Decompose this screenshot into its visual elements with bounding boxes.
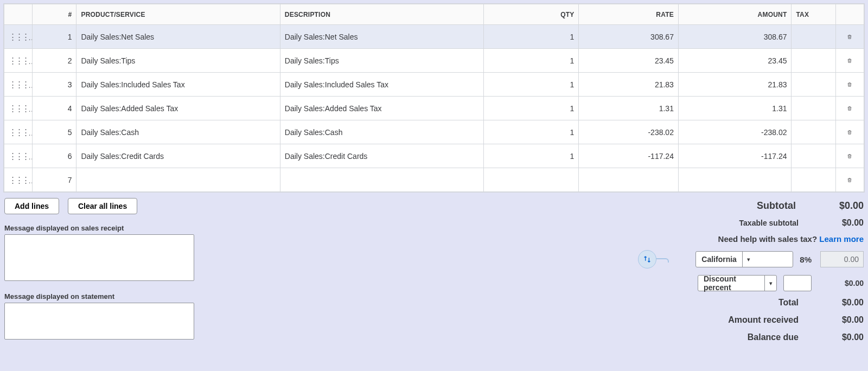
description-cell[interactable]: Daily Sales:Tips <box>280 49 483 73</box>
delete-row-button[interactable] <box>844 126 856 138</box>
qty-cell[interactable]: 1 <box>484 144 579 168</box>
product-cell[interactable]: Daily Sales:Net Sales <box>76 25 280 49</box>
tax-cell[interactable] <box>792 168 835 192</box>
amount-cell[interactable]: 308.67 <box>678 25 792 49</box>
taxable-subtotal-label: Taxable subtotal <box>739 219 799 227</box>
rate-cell[interactable]: 23.45 <box>579 49 679 73</box>
row-index: 6 <box>33 144 76 168</box>
add-lines-button[interactable]: Add lines <box>4 198 59 214</box>
col-tax-header: TAX <box>792 4 835 25</box>
qty-cell[interactable] <box>484 168 579 192</box>
delete-row-button[interactable] <box>844 174 856 186</box>
col-rate-header: RATE <box>579 4 679 25</box>
below-grid: Add lines Clear all lines Message displa… <box>3 193 865 343</box>
receipt-message-input[interactable] <box>4 234 194 281</box>
rate-cell[interactable]: -117.24 <box>579 144 679 168</box>
product-cell[interactable] <box>76 168 280 192</box>
tax-cell[interactable] <box>792 49 835 73</box>
subtotal-value: $0.00 <box>839 200 864 212</box>
amount-cell[interactable]: -117.24 <box>678 144 792 168</box>
tax-learn-more-link[interactable]: Learn more <box>819 234 864 244</box>
rate-cell[interactable]: -238.02 <box>579 120 679 144</box>
col-index-header: # <box>33 4 76 25</box>
table-row[interactable]: 3Daily Sales:Included Sales TaxDaily Sal… <box>4 73 864 97</box>
rate-cell[interactable]: 21.83 <box>579 73 679 97</box>
tax-cell[interactable] <box>792 120 835 144</box>
description-cell[interactable]: Daily Sales:Net Sales <box>280 25 483 49</box>
qty-cell[interactable]: 1 <box>484 49 579 73</box>
tax-rate-label: 8% <box>800 255 812 264</box>
receipt-message-label: Message displayed on sales receipt <box>4 224 194 232</box>
rate-cell[interactable]: 1.31 <box>579 97 679 120</box>
qty-cell[interactable]: 1 <box>484 97 579 120</box>
drag-handle-icon[interactable] <box>9 155 28 158</box>
drag-handle-icon[interactable] <box>9 35 28 39</box>
description-cell[interactable]: Daily Sales:Added Sales Tax <box>280 97 483 120</box>
delete-row-button[interactable] <box>844 79 856 91</box>
header-row: # PRODUCT/SERVICE DESCRIPTION QTY RATE A… <box>4 4 864 25</box>
row-index: 7 <box>33 168 76 192</box>
product-cell[interactable]: Daily Sales:Cash <box>76 120 280 144</box>
left-column: Add lines Clear all lines Message displa… <box>4 198 194 342</box>
swap-tax-discount-button[interactable] <box>638 250 656 268</box>
discount-type-value: Discount percent <box>698 274 764 292</box>
col-drag-header <box>4 4 33 25</box>
taxable-subtotal-value: $0.00 <box>820 218 864 228</box>
line-items-table: # PRODUCT/SERVICE DESCRIPTION QTY RATE A… <box>4 4 864 192</box>
qty-cell[interactable]: 1 <box>484 120 579 144</box>
table-row[interactable]: 2Daily Sales:TipsDaily Sales:Tips123.452… <box>4 49 864 73</box>
tax-cell[interactable] <box>792 144 835 168</box>
discount-type-select[interactable]: Discount percent <box>698 275 777 291</box>
amount-cell[interactable]: 23.45 <box>678 49 792 73</box>
clear-all-lines-button[interactable]: Clear all lines <box>68 198 137 214</box>
product-cell[interactable]: Daily Sales:Included Sales Tax <box>76 73 280 97</box>
tax-help-text: Need help with sales tax? <box>718 234 818 244</box>
amount-cell[interactable]: 1.31 <box>678 97 792 120</box>
chevron-down-icon <box>764 276 776 291</box>
delete-row-button[interactable] <box>844 31 856 43</box>
tax-region-select[interactable]: California <box>695 251 793 267</box>
discount-value-input[interactable] <box>783 275 812 291</box>
table-row[interactable]: 6Daily Sales:Credit CardsDaily Sales:Cre… <box>4 144 864 168</box>
tax-cell[interactable] <box>792 97 835 120</box>
chevron-down-icon <box>742 252 755 267</box>
qty-cell[interactable]: 1 <box>484 25 579 49</box>
drag-handle-icon[interactable] <box>9 107 28 110</box>
swap-arrows-icon <box>643 255 652 264</box>
row-index: 3 <box>33 73 76 97</box>
drag-handle-icon[interactable] <box>9 131 28 134</box>
delete-row-button[interactable] <box>844 150 856 162</box>
description-cell[interactable] <box>280 168 483 192</box>
drag-handle-icon[interactable] <box>9 178 28 182</box>
col-delete-header <box>835 4 864 25</box>
qty-cell[interactable]: 1 <box>484 73 579 97</box>
drag-handle-icon[interactable] <box>9 59 28 62</box>
amount-cell[interactable]: 21.83 <box>678 73 792 97</box>
product-cell[interactable]: Daily Sales:Added Sales Tax <box>76 97 280 120</box>
balance-due-label: Balance due <box>748 332 799 342</box>
product-cell[interactable]: Daily Sales:Credit Cards <box>76 144 280 168</box>
row-index: 4 <box>33 97 76 120</box>
amount-cell[interactable] <box>678 168 792 192</box>
subtotal-label: Subtotal <box>757 200 796 212</box>
rate-cell[interactable]: 308.67 <box>579 25 679 49</box>
table-row[interactable]: 5Daily Sales:CashDaily Sales:Cash1-238.0… <box>4 120 864 144</box>
rate-cell[interactable] <box>579 168 679 192</box>
tax-cell[interactable] <box>792 73 835 97</box>
product-cell[interactable]: Daily Sales:Tips <box>76 49 280 73</box>
delete-row-button[interactable] <box>844 55 856 67</box>
table-row[interactable]: 1Daily Sales:Net SalesDaily Sales:Net Sa… <box>4 25 864 49</box>
tax-cell[interactable] <box>792 25 835 49</box>
delete-row-button[interactable] <box>844 103 856 114</box>
amount-received-value: $0.00 <box>820 315 864 325</box>
discount-amount: $0.00 <box>820 279 864 287</box>
description-cell[interactable]: Daily Sales:Included Sales Tax <box>280 73 483 97</box>
description-cell[interactable]: Daily Sales:Credit Cards <box>280 144 483 168</box>
table-row[interactable]: 4Daily Sales:Added Sales TaxDaily Sales:… <box>4 97 864 120</box>
statement-message-input[interactable] <box>4 303 194 340</box>
amount-cell[interactable]: -238.02 <box>678 120 792 144</box>
drag-handle-icon[interactable] <box>9 83 28 86</box>
table-row[interactable]: 7 <box>4 168 864 192</box>
description-cell[interactable]: Daily Sales:Cash <box>280 120 483 144</box>
total-label: Total <box>778 298 799 308</box>
